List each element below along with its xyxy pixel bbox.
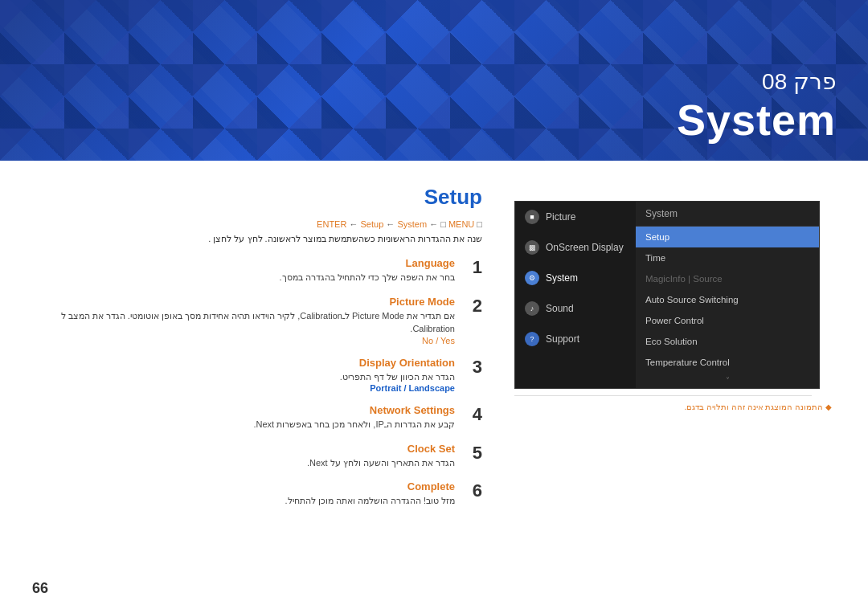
item-desc-2: אם תגדיר את Picture Mode לـCalibration, … xyxy=(32,309,455,336)
support-icon: ? xyxy=(525,332,539,346)
item-title-5: Clock Set xyxy=(32,443,455,455)
item-option-3: Portrait / Landscape xyxy=(32,383,455,393)
item-title-2: Picture Mode xyxy=(32,296,455,308)
breadcrumb-arrow1: ← xyxy=(349,219,360,229)
breadcrumb-enter: □ xyxy=(474,219,482,229)
header-text: פרק 08 System xyxy=(677,68,836,145)
item-desc-6: מזל טוב! ההגדרה הושלמה ואתה מוכן להתחיל. xyxy=(32,494,455,508)
item-desc-3: הגדר את הכיוון של דף התפריט. xyxy=(32,370,455,384)
item-title-3: Display Orientation xyxy=(32,357,455,369)
item-option-2: No / Yes xyxy=(32,336,455,345)
menu-item-sound[interactable]: ♪ Sound xyxy=(515,293,636,324)
breadcrumb-enter-label: ENTER xyxy=(317,219,346,229)
divider xyxy=(514,395,812,396)
menu-right-magicinfo[interactable]: MagicInfo | Source xyxy=(636,268,819,289)
header-chapter: פרק 08 xyxy=(677,68,836,95)
item-number-6: 6 xyxy=(463,480,482,501)
onscreen-icon: ▩ xyxy=(525,240,539,255)
page-title-area: Setup xyxy=(32,185,482,210)
menu-label-sound: Sound xyxy=(546,303,574,314)
menu-right: System Setup Time MagicInfo | Source Aut… xyxy=(636,202,819,388)
item-content-6: Complete מזל טוב! ההגדרה הושלמה ואתה מוכ… xyxy=(32,480,455,508)
header-banner: פרק 08 System xyxy=(0,0,868,161)
menu-system-header: System xyxy=(636,202,819,227)
breadcrumb-menu: MENU xyxy=(448,219,474,229)
text-section: Setup □ ENTER ← Setup ← System ← □ MENU … xyxy=(32,185,490,597)
setup-item-1: 1 Language בחר את השפה שלך כדי להתחיל בה… xyxy=(32,257,482,284)
page-number: 66 xyxy=(32,580,48,597)
menu-item-onscreen[interactable]: ▩ OnScreen Display xyxy=(515,232,636,263)
menu-label-picture: Picture xyxy=(546,211,575,223)
menu-right-power[interactable]: Power Control xyxy=(636,310,819,331)
menu-right-time[interactable]: Time xyxy=(636,247,819,268)
menu-label-support: Support xyxy=(546,333,579,345)
setup-item-6: 6 Complete מזל טוב! ההגדרה הושלמה ואתה מ… xyxy=(32,480,482,508)
image-note: ◆ התמונה המוצגת אינה זהה ותלויה בדגם. xyxy=(514,403,836,411)
header-title: System xyxy=(677,95,836,145)
item-number-4: 4 xyxy=(463,404,482,425)
item-content-5: Clock Set הגדר את התאריך והשעה ולחץ על N… xyxy=(32,443,455,470)
item-number-5: 5 xyxy=(463,443,482,464)
image-note-text: התמונה המוצגת אינה זהה ותלויה בדגם. xyxy=(685,403,824,411)
item-number-2: 2 xyxy=(463,296,482,317)
item-title-6: Complete xyxy=(32,480,455,492)
breadcrumb-arrow2: ← xyxy=(386,219,397,229)
page-title: Setup xyxy=(424,185,482,209)
menu-label-onscreen: OnScreen Display xyxy=(546,242,624,253)
menu-item-picture[interactable]: ■ Picture xyxy=(515,202,636,232)
item-title-4: Network Settings xyxy=(32,404,455,416)
setup-item-4: 4 Network Settings קבע את הגדרות הـIP, ו… xyxy=(32,404,482,431)
item-content-4: Network Settings קבע את הגדרות הـIP, ולא… xyxy=(32,404,455,431)
breadcrumb-arrow3: ← □ xyxy=(429,219,448,229)
item-content-1: Language בחר את השפה שלך כדי להתחיל בהגד… xyxy=(32,257,455,284)
setup-item-5: 5 Clock Set הגדר את התאריך והשעה ולחץ על… xyxy=(32,443,482,470)
main-content: Setup □ ENTER ← Setup ← System ← □ MENU … xyxy=(0,161,868,613)
setup-item-2: 2 Picture Mode אם תגדיר את Picture Mode … xyxy=(32,296,482,345)
menu-right-setup[interactable]: Setup xyxy=(636,227,819,247)
menu-right-temp[interactable]: Temperature Control xyxy=(636,352,819,373)
picture-icon: ■ xyxy=(525,210,539,224)
menu-item-system[interactable]: ⚙ System xyxy=(515,263,636,293)
item-desc-4: קבע את הגדרות הـIP, ולאחר מכן בחר באפשרו… xyxy=(32,418,455,431)
breadcrumb-note: שנה את ההגדרות הראשוניות כשהשתמשת במוצר … xyxy=(32,234,482,244)
menu-right-eco[interactable]: Eco Solution xyxy=(636,331,819,352)
menu-left: ■ Picture ▩ OnScreen Display ⚙ System ♪ … xyxy=(515,202,636,388)
breadcrumb-system: System xyxy=(397,219,427,229)
system-icon: ⚙ xyxy=(525,271,539,285)
item-content-3: Display Orientation הגדר את הכיוון של דף… xyxy=(32,357,455,394)
item-content-2: Picture Mode אם תגדיר את Picture Mode לـ… xyxy=(32,296,455,345)
breadcrumb: □ ENTER ← Setup ← System ← □ MENU xyxy=(32,219,482,229)
item-number-3: 3 xyxy=(463,357,482,378)
item-desc-1: בחר את השפה שלך כדי להתחיל בהגדרה במסך. xyxy=(32,271,455,284)
setup-item-3: 3 Display Orientation הגדר את הכיוון של … xyxy=(32,357,482,394)
image-note-arrow: ◆ xyxy=(823,403,832,411)
sound-icon: ♪ xyxy=(525,301,539,316)
item-title-1: Language xyxy=(32,257,455,269)
item-number-1: 1 xyxy=(463,257,482,278)
menu-container: ■ Picture ▩ OnScreen Display ⚙ System ♪ … xyxy=(515,202,819,388)
breadcrumb-setup: Setup xyxy=(361,219,384,229)
menu-item-support[interactable]: ? Support xyxy=(515,324,636,354)
menu-right-autosource[interactable]: Auto Source Switching xyxy=(636,289,819,310)
chevron-down-icon: ˅ xyxy=(636,373,819,388)
menu-label-system: System xyxy=(546,272,578,284)
item-desc-5: הגדר את התאריך והשעה ולחץ על Next. xyxy=(32,456,455,470)
menu-screenshot: ■ Picture ▩ OnScreen Display ⚙ System ♪ … xyxy=(514,201,820,389)
menu-section: ■ Picture ▩ OnScreen Display ⚙ System ♪ … xyxy=(514,185,836,597)
